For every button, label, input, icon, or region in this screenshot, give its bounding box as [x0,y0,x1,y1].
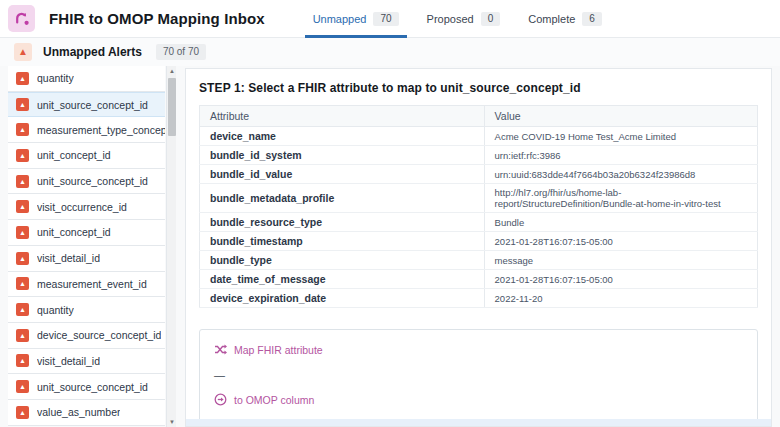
sidebar-item-label: quantity [37,72,74,84]
sidebar-item-quantity[interactable]: ▲ quantity [8,66,165,92]
attribute-cell[interactable]: device_name [200,127,485,146]
alerts-title: Unmapped Alerts [43,45,142,59]
sidebar-item-measurement-event-id[interactable]: ▲ measurement_event_id [8,272,165,298]
page-title: FHIR to OMOP Mapping Inbox [49,10,265,27]
sidebar-item-unit-source-concept-id-2[interactable]: ▲ unit_source_concept_id [8,169,165,195]
alert-icon: ▲ [16,226,29,239]
alert-icon: ▲ [16,98,29,111]
sidebar-item-unit-concept-id-2[interactable]: ▲ unit_concept_id [8,220,165,246]
app-logo-icon [8,5,35,32]
sidebar-item-unit-source-concept-id-3[interactable]: ▲ unit_source_concept_id [8,374,165,400]
column-header-attribute: Attribute [200,106,485,127]
alerts-count-badge: 70 of 70 [156,44,206,60]
tab-unmapped[interactable]: Unmapped 70 [299,0,413,38]
sidebar-item-label: quantity [37,304,74,316]
alert-icon: ▲ [16,175,29,188]
attribute-cell[interactable]: bundle_metadata_profile [200,184,485,213]
sidebar-item-label: unit_concept_id [37,226,111,238]
tab-unmapped-count: 70 [373,12,398,26]
sidebar-item-label: visit_detail_id [37,355,100,367]
value-cell: Acme COVID-19 Home Test_Acme Limited [484,127,757,146]
unmapped-alert-list: ▲ quantity ▲ unit_source_concept_id ▲ me… [8,66,165,427]
sidebar-item-label: device_source_concept_id [37,329,161,341]
attribute-cell[interactable]: bundle_timestamp [200,232,485,251]
alert-icon: ▲ [16,200,29,213]
sidebar-item-label: visit_detail_id [37,252,100,264]
value-cell: urn:ietf:rfc:3986 [484,146,757,165]
alert-icon: ▲ [16,72,29,85]
value-cell: 2022-11-20 [484,289,757,308]
table-row[interactable]: bundle_resource_type Bundle [200,213,758,232]
table-row[interactable]: bundle_id_system urn:ietf:rfc:3986 [200,146,758,165]
sidebar: ▲ quantity ▲ unit_source_concept_id ▲ me… [8,66,176,427]
value-cell: urn:uuid:683dde44f7664b03a20b6324f23986d… [484,165,757,184]
sidebar-item-label: visit_occurrence_id [37,201,127,213]
sidebar-item-unit-concept-id[interactable]: ▲ unit_concept_id [8,143,165,169]
attribute-cell[interactable]: bundle_resource_type [200,213,485,232]
sidebar-item-label: value_as_number [37,406,120,418]
tab-proposed-count: 0 [481,12,501,26]
table-row[interactable]: bundle_type message [200,251,758,270]
sidebar-item-label: unit_source_concept_id [37,99,148,111]
value-cell: 2021-01-28T16:07:15-05:00 [484,232,757,251]
table-row[interactable]: bundle_metadata_profile http://hl7.org/f… [200,184,758,213]
sidebar-item-label: unit_concept_id [37,149,111,161]
to-omop-column-row: to OMOP column [214,393,743,406]
fhir-attribute-table: Attribute Value device_name Acme COVID-1… [199,105,758,308]
table-row[interactable]: bundle_timestamp 2021-01-28T16:07:15-05:… [200,232,758,251]
table-header-row: Attribute Value [200,106,758,127]
selected-attribute-placeholder: — [214,369,743,381]
alert-icon: ▲ [16,380,29,393]
table-row[interactable]: bundle_id_value urn:uuid:683dde44f7664b0… [200,165,758,184]
sidebar-item-label: measurement_event_id [37,278,147,290]
map-fhir-attribute-label: Map FHIR attribute [234,344,323,356]
map-fhir-attribute-row: Map FHIR attribute [214,343,743,356]
alert-icon: ▲ [16,252,29,265]
table-row[interactable]: device_expiration_date 2022-11-20 [200,289,758,308]
table-row[interactable]: date_time_of_message 2021-01-28T16:07:15… [200,270,758,289]
scroll-down-icon[interactable]: ▼ [167,417,176,427]
step1-title: STEP 1: Select a FHIR attribute to map t… [199,81,758,95]
sidebar-item-unit-source-concept-id[interactable]: ▲ unit_source_concept_id [8,92,165,118]
tab-complete-count: 6 [582,12,602,26]
sidebar-item-quantity-2[interactable]: ▲ quantity [8,297,165,323]
to-omop-arrow-icon [214,393,227,406]
top-bar: FHIR to OMOP Mapping Inbox Unmapped 70 P… [0,0,780,38]
sidebar-item-label: unit_source_concept_id [37,175,148,187]
sidebar-item-measurement-type-concept-id[interactable]: ▲ measurement_type_concept_id [8,117,165,143]
map-attribute-box: Map FHIR attribute — to OMOP column unit… [199,329,758,427]
alert-icon: ▲ [16,277,29,290]
value-cell: 2021-01-28T16:07:15-05:00 [484,270,757,289]
sidebar-scrollbar[interactable]: ▲ ▼ [166,66,176,427]
alerts-header: ▲ Unmapped Alerts 70 of 70 [0,38,780,66]
attribute-cell[interactable]: device_expiration_date [200,289,485,308]
sidebar-item-value-as-number[interactable]: ▲ value_as_number [8,400,165,426]
value-cell: Bundle [484,213,757,232]
shuffle-icon [214,343,227,356]
suggested-results-top-edge [186,419,771,426]
sidebar-item-visit-detail-id-2[interactable]: ▲ visit_detail_id [8,349,165,375]
tab-unmapped-label: Unmapped [313,13,367,25]
warning-triangle-icon: ▲ [14,43,32,61]
table-row[interactable]: device_name Acme COVID-19 Home Test_Acme… [200,127,758,146]
main-panel: STEP 1: Select a FHIR attribute to map t… [185,68,772,427]
sidebar-item-device-source-concept-id[interactable]: ▲ device_source_concept_id [8,323,165,349]
scroll-up-icon[interactable]: ▲ [167,66,176,76]
attribute-cell[interactable]: bundle_type [200,251,485,270]
sidebar-item-visit-occurrence-id[interactable]: ▲ visit_occurrence_id [8,194,165,220]
value-cell: message [484,251,757,270]
tab-complete-label: Complete [528,13,575,25]
attribute-cell[interactable]: bundle_id_system [200,146,485,165]
alert-icon: ▲ [16,329,29,342]
tab-proposed-label: Proposed [427,13,474,25]
alert-icon: ▲ [16,406,29,419]
sidebar-item-label: unit_source_concept_id [37,381,148,393]
tab-complete[interactable]: Complete 6 [514,0,616,38]
scrollbar-thumb[interactable] [168,78,176,136]
tab-proposed[interactable]: Proposed 0 [413,0,515,38]
alert-icon: ▲ [16,303,29,316]
attribute-cell[interactable]: bundle_id_value [200,165,485,184]
sidebar-item-visit-detail-id[interactable]: ▲ visit_detail_id [8,246,165,272]
inbox-tabs: Unmapped 70 Proposed 0 Complete 6 [299,0,616,38]
attribute-cell[interactable]: date_time_of_message [200,270,485,289]
